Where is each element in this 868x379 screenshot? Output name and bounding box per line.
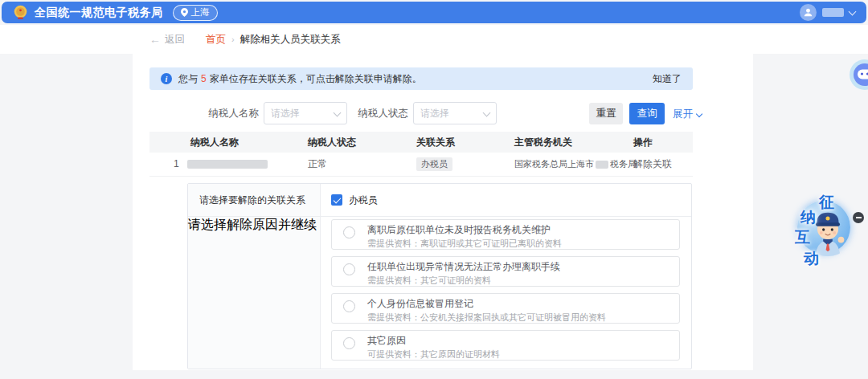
- user-avatar: [800, 4, 817, 21]
- row-index: 1: [174, 153, 179, 176]
- reset-button[interactable]: 重置: [589, 103, 623, 124]
- taxpayer-status-value: 请选择: [420, 107, 449, 120]
- widget-char-zheng: 征: [819, 194, 834, 210]
- relation-checkbox-label: 办税员: [349, 194, 378, 207]
- expand-label: 展开: [673, 108, 693, 121]
- taxpayer-name-label: 纳税人名称: [201, 102, 259, 124]
- widget-char-na: 纳: [800, 210, 816, 225]
- col-action: 操作: [633, 132, 653, 153]
- option-desc: 需提供资料：离职证明或其它可证明已离职的资料: [367, 238, 671, 249]
- chat-bubble-icon: [849, 59, 868, 91]
- col-authority: 主管税务机关: [514, 132, 572, 153]
- option-desc: 需提供资料：其它可证明的资料: [367, 275, 671, 286]
- row-status: 正常: [308, 153, 327, 176]
- chevron-down-icon: [483, 108, 491, 116]
- app-header: 全国统一规范电子税务局 上海: [2, 2, 866, 23]
- taxpayer-name-value: 请选择: [271, 107, 300, 120]
- option-desc: 可提供资料：其它原因的证明材料: [367, 348, 671, 360]
- breadcrumb-current: 解除相关人员关联关系: [240, 33, 341, 47]
- person-icon: [803, 7, 813, 18]
- taxpayer-status-select[interactable]: 请选择: [413, 102, 497, 124]
- banner-text-prefix: 您与: [178, 72, 198, 86]
- back-button[interactable]: ← 返回: [149, 33, 185, 47]
- relation-row: 请选择要解除的关联关系 办税员: [188, 184, 691, 217]
- banner-dismiss-button[interactable]: 知道了: [653, 72, 682, 86]
- radio-icon: [343, 263, 355, 275]
- reason-option-3[interactable]: 个人身份信息被冒用登记 需提供资料：公安机关接报案回执或其它可证明被冒用的资料: [331, 293, 680, 324]
- authority-prefix: 国家税务总局上海市: [514, 153, 594, 176]
- banner-text-suffix: 家单位存在关联关系，可点击解除关联申请解除。: [210, 72, 422, 86]
- row-authority: 国家税务总局上海市 税务局: [514, 153, 637, 176]
- location-pin-icon: [181, 8, 188, 17]
- breadcrumb-bar: ← 返回 首页 › 解除相关人员关联关系: [0, 25, 868, 54]
- reason-label-cell: 请选择解除原因并继续: [188, 217, 321, 369]
- col-taxpayer-name: 纳税人名称: [190, 132, 239, 153]
- widget-minimize-button[interactable]: [853, 212, 864, 223]
- reason-option-1[interactable]: 离职后原任职单位未及时报告税务机关维护 需提供资料：离职证明或其它可证明已离职的…: [331, 219, 680, 250]
- interaction-widget[interactable]: 征 纳 互 动: [784, 187, 868, 282]
- user-menu[interactable]: [800, 4, 855, 21]
- check-icon: [333, 195, 341, 203]
- chat-assistant-button[interactable]: [849, 59, 868, 91]
- reason-options: 离职后原任职单位未及时报告税务机关维护 需提供资料：离职证明或其它可证明已离职的…: [331, 219, 680, 367]
- widget-char-hu: 互: [795, 230, 810, 245]
- notice-banner: i 您与 5 家单位存在关联关系，可点击解除关联申请解除。 知道了: [149, 67, 693, 90]
- location-label: 上海: [191, 6, 210, 18]
- breadcrumb: ← 返回 首页 › 解除相关人员关联关系: [149, 25, 341, 54]
- chevron-down-icon: [849, 7, 857, 15]
- back-arrow-icon: ←: [149, 33, 161, 46]
- radio-icon: [343, 226, 355, 238]
- widget-char-dong: 动: [804, 251, 819, 266]
- option-desc: 需提供资料：公安机关接报案回执或其它可证明被冒用的资料: [367, 312, 671, 323]
- table-header: 纳税人名称 纳税人状态 关联关系 主管税务机关 操作: [149, 132, 693, 153]
- reason-label: 请选择解除原因并继续: [188, 218, 317, 231]
- table-row: 1 正常 办税员 国家税务总局上海市 税务局 解除关联: [149, 153, 693, 177]
- redacted-taxpayer-name: [187, 160, 268, 169]
- relation-tag: 办税员: [416, 157, 452, 171]
- col-relation: 关联关系: [416, 132, 455, 153]
- redacted-username: [822, 8, 844, 17]
- reason-option-4[interactable]: 其它原因 可提供资料：其它原因的证明材料: [331, 330, 680, 361]
- breadcrumb-home-link[interactable]: 首页: [206, 33, 226, 47]
- chevron-down-icon: [334, 108, 342, 116]
- minus-icon: [856, 217, 862, 218]
- app-title: 全国统一规范电子税务局: [35, 6, 163, 20]
- remove-relation-link[interactable]: 解除关联: [633, 153, 672, 176]
- back-label: 返回: [165, 33, 185, 47]
- radio-icon: [343, 300, 355, 312]
- option-title: 任职单位出现异常情况无法正常办理离职手续: [367, 261, 671, 273]
- relation-label: 请选择要解除的关联关系: [199, 194, 305, 207]
- taxpayer-status-label: 纳税人状态: [354, 102, 408, 124]
- taxpayer-name-select[interactable]: 请选择: [264, 102, 347, 124]
- search-button[interactable]: 查询: [629, 103, 665, 124]
- relation-checkbox[interactable]: [331, 194, 342, 206]
- radio-icon: [343, 337, 355, 349]
- option-title: 个人身份信息被冒用登记: [367, 298, 671, 310]
- national-emblem-icon: [13, 5, 28, 20]
- banner-count: 5: [201, 73, 207, 84]
- col-taxpayer-status: 纳税人状态: [308, 132, 356, 153]
- detail-panel: 请选择要解除的关联关系 办税员 请选择解除原因并继续 离职后原任职单位未及时报告…: [187, 183, 692, 369]
- option-title: 其它原因: [367, 335, 671, 347]
- redacted-authority: [596, 161, 608, 169]
- relation-label-cell: 请选择要解除的关联关系: [188, 184, 321, 216]
- option-title: 离职后原任职单位未及时报告税务机关维护: [367, 224, 671, 236]
- info-icon: i: [161, 73, 172, 84]
- chevron-down-icon: [696, 110, 702, 116]
- expand-filters-link[interactable]: 展开: [673, 108, 702, 121]
- location-selector[interactable]: 上海: [173, 5, 218, 21]
- reason-option-2[interactable]: 任职单位出现异常情况无法正常办理离职手续 需提供资料：其它可证明的资料: [331, 256, 680, 287]
- breadcrumb-separator: ›: [231, 35, 235, 44]
